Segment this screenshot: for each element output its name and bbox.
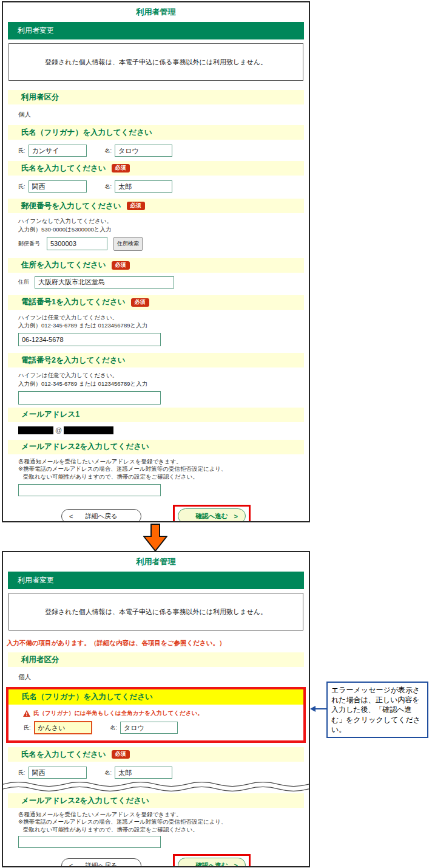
chevron-right-icon: > xyxy=(234,513,238,520)
mei-label: 名: xyxy=(105,183,112,191)
redaction-bar xyxy=(18,426,53,434)
validation-warning-row: 氏（フリガナ）には半角もしくは全角カナを入力してください。 xyxy=(23,709,303,717)
phone2-hints: ハイフンは任意で入力してください。 入力例）012-345-6789 または 0… xyxy=(18,371,309,388)
kana-sei-input[interactable] xyxy=(29,145,87,157)
annotation-text: エラーメッセージが表示された場合は、正しい内容を入力した後、「確認へ進む」をクリ… xyxy=(331,686,420,734)
screenshot-form-error: 利用者管理 利用者変更 登録された個人情報は、本電子申込に係る事務以外には利用致… xyxy=(2,551,310,867)
phone1-hints: ハイフンは任意で入力してください。 入力例）012-345-6789 または 0… xyxy=(18,313,309,330)
sei-label: 氏: xyxy=(18,769,25,777)
content-omitted-wavy-divider xyxy=(3,781,309,792)
proceed-to-confirm-button[interactable]: 確認へ進む > xyxy=(178,858,246,867)
page-title: 利用者管理 xyxy=(3,552,309,567)
kana-mei-input[interactable] xyxy=(115,145,172,157)
back-to-detail-button[interactable]: < 詳細へ戻る xyxy=(61,858,141,867)
email1-redacted-value: @ xyxy=(18,426,309,434)
sei-label: 氏: xyxy=(24,724,31,732)
required-badge: 必須 xyxy=(112,261,130,270)
sei-label: 氏: xyxy=(18,147,25,155)
privacy-notice-box: 登録された個人情報は、本電子申込に係る事務以外には利用致しません。 xyxy=(8,43,303,81)
phone2-input[interactable] xyxy=(18,391,161,405)
section-header-bar: 利用者変更 xyxy=(8,22,304,39)
kana-name-error-block: 氏名（フリガナ）を入力してください 氏（フリガナ）には半角もしくは全角カナを入力… xyxy=(6,687,306,743)
band-user-type: 利用者区分 xyxy=(8,90,304,104)
sei-label: 氏: xyxy=(18,183,25,191)
email2-input[interactable] xyxy=(18,836,161,848)
mei-label: 名: xyxy=(110,724,118,732)
flow-down-arrow xyxy=(143,524,167,554)
band-postal: 郵便番号を入力してください 必須 xyxy=(8,199,304,213)
kana-mei-input[interactable] xyxy=(120,722,178,734)
address-label: 住所 xyxy=(18,278,32,286)
postal-label: 郵便番号 xyxy=(18,240,44,248)
highlight-frame: 確認へ進む > xyxy=(173,505,251,522)
required-badge: 必須 xyxy=(112,164,130,173)
button-row: < 詳細へ戻る 確認へ進む > xyxy=(3,854,309,867)
name-mei-input[interactable] xyxy=(115,767,172,779)
screenshot-form-normal: 利用者管理 利用者変更 登録された個人情報は、本電子申込に係る事務以外には利用致… xyxy=(2,1,310,522)
postal-hints: ハイフンなしで入力してください。 入力例）530-0000は5300000と入力 xyxy=(18,217,309,234)
name-row: 氏: 名: xyxy=(18,180,309,193)
address-row: 住所 xyxy=(18,276,309,289)
kana-name-row: 氏: 名: xyxy=(24,721,303,734)
name-row: 氏: 名: xyxy=(18,767,309,779)
kana-sei-input-error[interactable] xyxy=(34,721,92,734)
back-to-detail-button[interactable]: < 詳細へ戻る xyxy=(61,509,141,522)
band-email2: メールアドレス2を入力してください xyxy=(8,793,304,808)
email2-notes: 各種通知メールを受信したいメールアドレスを登録できます。 ※携帯電話のメールアド… xyxy=(18,811,309,833)
highlight-frame: 確認へ進む > xyxy=(173,854,251,867)
email2-row xyxy=(18,836,309,848)
user-type-value: 個人 xyxy=(18,111,309,119)
email2-row xyxy=(18,484,309,496)
privacy-notice-text: 登録された個人情報は、本電子申込に係る事務以外には利用致しません。 xyxy=(45,607,267,617)
name-sei-input[interactable] xyxy=(29,180,87,193)
required-badge: 必須 xyxy=(127,202,145,210)
email2-input[interactable] xyxy=(18,484,161,496)
warning-triangle-icon xyxy=(23,710,30,717)
validation-warning-text: 氏（フリガナ）には半角もしくは全角カナを入力してください。 xyxy=(33,709,203,717)
name-mei-input[interactable] xyxy=(115,180,172,193)
required-badge: 必須 xyxy=(112,750,130,759)
error-summary-text: 入力不備の項目があります。（詳細な内容は、各項目をご参照ください。） xyxy=(7,639,309,648)
kana-name-row: 氏: 名: xyxy=(18,145,309,157)
phone1-input[interactable] xyxy=(18,333,161,346)
user-type-value: 個人 xyxy=(18,673,309,682)
annotation-callout: エラーメッセージが表示された場合は、正しい内容を入力した後、「確認へ進む」をクリ… xyxy=(326,682,428,738)
chevron-left-icon: < xyxy=(69,862,73,867)
band-phone2: 電話番号2を入力してください xyxy=(8,353,304,367)
privacy-notice-text: 登録された個人情報は、本電子申込に係る事務以外には利用致しません。 xyxy=(45,58,267,67)
at-sign: @ xyxy=(55,426,62,434)
phone1-row xyxy=(18,333,309,346)
privacy-notice-box: 登録された個人情報は、本電子申込に係る事務以外には利用致しません。 xyxy=(8,593,303,630)
chevron-right-icon: > xyxy=(234,862,238,867)
button-row: < 詳細へ戻る 確認へ進む > xyxy=(3,505,309,522)
section-header-bar: 利用者変更 xyxy=(8,572,304,589)
phone2-row xyxy=(18,391,309,405)
mei-label: 名: xyxy=(105,769,112,777)
band-phone1: 電話番号1を入力してください 必須 xyxy=(8,295,304,310)
proceed-to-confirm-button[interactable]: 確認へ進む > xyxy=(178,508,246,522)
address-input[interactable] xyxy=(35,276,174,289)
band-email1: メールアドレス1 xyxy=(8,408,304,422)
band-user-type: 利用者区分 xyxy=(8,652,304,667)
postal-input[interactable] xyxy=(47,237,107,250)
mei-label: 名: xyxy=(105,147,112,155)
band-kana-name: 氏名（フリガナ）を入力してください xyxy=(8,125,304,140)
band-address: 住所を入力してください 必須 xyxy=(8,258,304,273)
postal-row: 郵便番号 住所検索 xyxy=(18,237,309,251)
page-title: 利用者管理 xyxy=(3,2,309,18)
required-badge: 必須 xyxy=(131,298,149,307)
band-kana-name-error: 氏名（フリガナ）を入力してください xyxy=(8,689,303,705)
band-name: 氏名を入力してください 必須 xyxy=(8,747,304,762)
chevron-left-icon: < xyxy=(69,513,73,520)
name-sei-input[interactable] xyxy=(29,767,87,779)
band-name: 氏名を入力してください 必須 xyxy=(8,161,304,176)
band-email2: メールアドレス2を入力してください xyxy=(8,440,304,454)
annotation-pointer-arrow xyxy=(310,705,326,716)
email2-notes: 各種通知メールを受信したいメールアドレスを登録できます。 ※携帯電話のメールアド… xyxy=(18,458,309,481)
redaction-bar xyxy=(64,426,113,434)
address-search-button[interactable]: 住所検索 xyxy=(113,237,143,251)
